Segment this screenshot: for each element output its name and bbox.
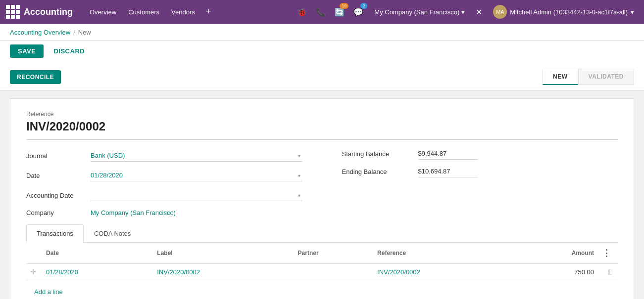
- user-menu[interactable]: MA Mitchell Admin (1033442-13-0-ac1f7a-a…: [489, 3, 638, 21]
- form-right: Starting Balance $9,944.87 Ending Balanc…: [322, 150, 618, 224]
- row-amount: 750.00: [514, 264, 598, 280]
- activity-icon[interactable]: 🔄 19: [333, 5, 347, 19]
- tab-validated[interactable]: VALIDATED: [578, 69, 634, 85]
- row-date: 01/28/2020: [42, 264, 153, 280]
- activity-badge: 19: [340, 3, 348, 9]
- table-row: ✛ 01/28/2020 INV/2020/0002 INV/2020/0002…: [26, 264, 618, 280]
- divider: [26, 139, 618, 140]
- company-dropdown-icon: ▾: [461, 8, 465, 16]
- discard-button[interactable]: DISCARD: [48, 44, 91, 58]
- user-name: Mitchell Admin (1033442-13-0-ac1f7a-all): [510, 8, 628, 16]
- content-wrapper: Reference INV/2020/0002 Journal Bank (US…: [0, 98, 644, 299]
- row-date-link[interactable]: 01/28/2020: [46, 268, 78, 276]
- tab-coda-notes[interactable]: CODA Notes: [84, 224, 141, 243]
- reconcile-button[interactable]: RECONCILE: [10, 70, 61, 84]
- breadcrumb-bar: Accounting Overview / New: [0, 24, 644, 41]
- reference-label: Reference: [26, 111, 618, 118]
- nav-vendors[interactable]: Vendors: [166, 6, 200, 18]
- form-grid: Journal Bank (USD) ▾ Date 01/28/2020: [26, 150, 618, 224]
- date-select[interactable]: 01/28/2020: [91, 170, 302, 181]
- col-label-header: Label: [153, 243, 294, 264]
- ending-balance-value: $10,694.87: [418, 168, 478, 177]
- company-selector[interactable]: My Company (San Francisco) ▾: [370, 6, 469, 18]
- apps-menu-icon[interactable]: [6, 5, 20, 19]
- ending-balance-row: Ending Balance $10,694.87: [342, 168, 618, 177]
- message-badge: 2: [360, 3, 367, 9]
- starting-balance-label: Starting Balance: [342, 150, 406, 158]
- ending-balance-label: Ending Balance: [342, 168, 406, 175]
- form-card: Reference INV/2020/0002 Journal Bank (US…: [10, 98, 634, 299]
- date-control: 01/28/2020 ▾: [91, 170, 302, 181]
- starting-balance-row: Starting Balance $9,944.87: [342, 150, 618, 160]
- reference-value: INV/2020/0002: [26, 120, 618, 133]
- message-icon[interactable]: 💬 2: [351, 5, 365, 19]
- journal-field: Journal Bank (USD) ▾: [26, 150, 302, 162]
- add-line-cell: Add a line: [26, 280, 618, 299]
- nav-add-icon[interactable]: +: [202, 6, 215, 18]
- nav-links: Overview Customers Vendors +: [85, 6, 215, 18]
- bug-icon[interactable]: 🐞: [295, 5, 309, 19]
- journal-label: Journal: [26, 152, 91, 160]
- delete-row-icon[interactable]: 🗑: [607, 268, 614, 276]
- accounting-date-label: Accounting Date: [26, 192, 91, 199]
- row-label: INV/2020/0002: [153, 264, 294, 280]
- phone-icon[interactable]: 📞: [314, 5, 328, 19]
- breadcrumb-current: New: [78, 29, 91, 36]
- table-header-row: Date Label Partner Reference Amount ⋮: [26, 243, 618, 264]
- journal-select[interactable]: Bank (USD): [91, 150, 302, 162]
- col-amount-header: Amount: [514, 243, 598, 264]
- row-actions: 🗑: [598, 264, 618, 280]
- accounting-date-select[interactable]: [91, 189, 302, 201]
- form-left: Journal Bank (USD) ▾ Date 01/28/2020: [26, 150, 322, 224]
- row-label-link[interactable]: INV/2020/0002: [157, 268, 200, 276]
- status-tabs: NEW VALIDATED: [543, 69, 634, 85]
- row-drag-handle[interactable]: ✛: [26, 264, 42, 280]
- navbar-icons: 🐞 📞 🔄 19 💬 2 My Company (San Francisco) …: [295, 3, 638, 21]
- table-kebab-icon[interactable]: ⋮: [602, 248, 611, 258]
- date-field: Date 01/28/2020 ▾: [26, 170, 302, 181]
- app-name: Accounting: [24, 7, 73, 17]
- company-value[interactable]: My Company (San Francisco): [91, 209, 176, 216]
- company-field: Company My Company (San Francisco): [26, 209, 302, 216]
- col-partner-header: Partner: [294, 243, 374, 264]
- avatar: MA: [493, 5, 507, 19]
- tab-transactions[interactable]: Transactions: [26, 224, 84, 243]
- row-reference: INV/2020/0002: [373, 264, 514, 280]
- breadcrumb-parent[interactable]: Accounting Overview: [10, 29, 70, 36]
- row-reference-link[interactable]: INV/2020/0002: [377, 268, 420, 276]
- tabs-bar: Transactions CODA Notes: [26, 224, 618, 243]
- nav-customers[interactable]: Customers: [123, 6, 164, 18]
- col-date-header: Date: [42, 243, 153, 264]
- row-partner: [294, 264, 374, 280]
- starting-balance-value: $9,944.87: [418, 150, 478, 160]
- journal-control: Bank (USD) ▾: [91, 150, 302, 162]
- breadcrumb: Accounting Overview / New: [10, 29, 634, 36]
- accounting-date-field: Accounting Date ▾: [26, 189, 302, 201]
- drag-icon: ✛: [30, 268, 36, 276]
- nav-overview[interactable]: Overview: [85, 6, 121, 18]
- date-label: Date: [26, 172, 91, 179]
- save-button[interactable]: SAVE: [10, 44, 44, 58]
- transactions-table: Date Label Partner Reference Amount ⋮ ✛ …: [26, 243, 618, 299]
- accounting-date-control: ▾: [91, 189, 302, 201]
- tab-new[interactable]: NEW: [543, 69, 578, 85]
- reconcile-bar: RECONCILE NEW VALIDATED: [0, 64, 644, 90]
- add-line-row: Add a line: [26, 280, 618, 299]
- company-label: Company: [26, 209, 91, 216]
- action-bar: SAVE DISCARD: [0, 41, 644, 64]
- user-dropdown-icon: ▾: [631, 8, 634, 16]
- add-line-button[interactable]: Add a line: [30, 284, 67, 299]
- company-name: My Company (San Francisco): [374, 8, 459, 16]
- breadcrumb-separator: /: [73, 29, 75, 36]
- close-button[interactable]: ✕: [474, 5, 484, 19]
- col-reference-header: Reference: [373, 243, 514, 264]
- col-drag: [26, 243, 42, 264]
- navbar: Accounting Overview Customers Vendors + …: [0, 0, 644, 24]
- col-actions-header: ⋮: [598, 243, 618, 264]
